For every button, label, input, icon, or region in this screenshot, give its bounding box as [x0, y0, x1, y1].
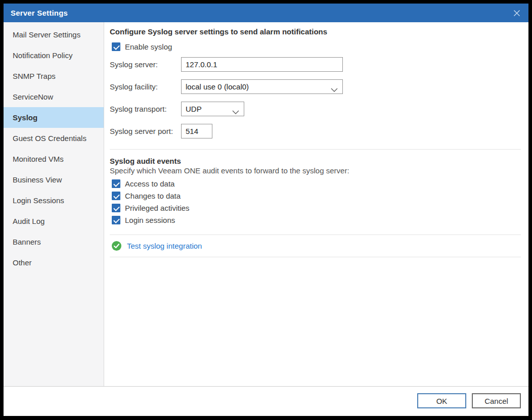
- syslog-transport-value: UDP: [186, 105, 202, 113]
- syslog-transport-select[interactable]: UDP: [181, 102, 244, 116]
- sidebar-item-servicenow[interactable]: ServiceNow: [4, 86, 104, 107]
- dialog-body: Mail Server Settings Notification Policy…: [4, 22, 528, 386]
- sidebar-item-guest-os-credentials[interactable]: Guest OS Credentials: [4, 128, 104, 149]
- login-sessions-checkbox[interactable]: [112, 216, 120, 224]
- syslog-server-input[interactable]: [181, 57, 343, 72]
- test-syslog-row: Test syslog integration: [112, 241, 521, 251]
- audit-event-row: Changes to data: [112, 190, 521, 202]
- login-sessions-label: Login sessions: [125, 216, 175, 224]
- syslog-transport-row: Syslog transport: UDP: [110, 102, 521, 116]
- syslog-port-label: Syslog server port:: [110, 127, 181, 135]
- privileged-activities-checkbox[interactable]: [112, 204, 120, 212]
- audit-events-description: Specify which Veeam ONE audit events to …: [110, 166, 521, 175]
- test-syslog-integration-link[interactable]: Test syslog integration: [127, 242, 202, 250]
- syslog-server-row: Syslog server:: [110, 57, 521, 72]
- section-divider: [110, 149, 521, 150]
- syslog-server-label: Syslog server:: [110, 60, 181, 69]
- sidebar-item-business-view[interactable]: Business View: [4, 169, 104, 190]
- section-divider: [110, 257, 521, 257]
- window-title: Server Settings: [11, 9, 68, 17]
- syslog-facility-label: Syslog facility:: [110, 82, 181, 91]
- syslog-facility-value: local use 0 (local0): [186, 82, 249, 91]
- cancel-button[interactable]: Cancel: [472, 393, 521, 408]
- check-circle-icon: [112, 241, 121, 251]
- sidebar-item-syslog[interactable]: Syslog: [4, 107, 104, 128]
- audit-event-row: Access to data: [112, 177, 521, 190]
- access-to-data-checkbox[interactable]: [112, 179, 120, 188]
- syslog-settings-panel: Configure Syslog server settings to send…: [104, 22, 528, 386]
- enable-syslog-label: Enable syslog: [125, 42, 172, 51]
- ok-button[interactable]: OK: [417, 393, 466, 408]
- audit-event-row: Login sessions: [112, 214, 521, 226]
- sidebar-item-notification-policy[interactable]: Notification Policy: [4, 45, 104, 66]
- audit-events-title: Syslog audit events: [110, 157, 521, 165]
- access-to-data-label: Access to data: [125, 179, 174, 188]
- title-bar: Server Settings: [4, 4, 528, 22]
- changes-to-data-checkbox[interactable]: [112, 192, 120, 200]
- enable-syslog-row: Enable syslog: [112, 42, 521, 51]
- syslog-facility-row: Syslog facility: local use 0 (local0): [110, 79, 521, 94]
- close-button[interactable]: [508, 6, 525, 20]
- syslog-port-input[interactable]: [181, 124, 212, 138]
- audit-event-row: Privileged activities: [112, 202, 521, 214]
- sidebar-item-snmp-traps[interactable]: SNMP Traps: [4, 66, 104, 86]
- settings-sidebar: Mail Server Settings Notification Policy…: [4, 22, 104, 386]
- dialog-frame: Server Settings Mail Server Settings Not…: [0, 0, 532, 420]
- privileged-activities-label: Privileged activities: [125, 204, 190, 212]
- section-title: Configure Syslog server settings to send…: [110, 27, 521, 36]
- sidebar-item-audit-log[interactable]: Audit Log: [4, 211, 104, 231]
- chevron-down-icon: [232, 107, 239, 116]
- changes-to-data-label: Changes to data: [125, 192, 181, 200]
- sidebar-item-mail-server-settings[interactable]: Mail Server Settings: [4, 24, 104, 45]
- sidebar-item-banners[interactable]: Banners: [4, 231, 104, 252]
- syslog-port-row: Syslog server port:: [110, 124, 521, 138]
- chevron-down-icon: [331, 85, 338, 94]
- sidebar-item-other[interactable]: Other: [4, 252, 104, 273]
- dialog-footer: OK Cancel: [4, 386, 528, 416]
- sidebar-item-monitored-vms[interactable]: Monitored VMs: [4, 149, 104, 169]
- sidebar-item-login-sessions[interactable]: Login Sessions: [4, 190, 104, 211]
- enable-syslog-checkbox[interactable]: [112, 42, 120, 51]
- section-divider: [110, 235, 521, 235]
- syslog-transport-label: Syslog transport:: [110, 105, 181, 113]
- server-settings-dialog: Server Settings Mail Server Settings Not…: [4, 4, 528, 416]
- x-close-icon: [513, 9, 521, 17]
- syslog-facility-select[interactable]: local use 0 (local0): [181, 79, 343, 94]
